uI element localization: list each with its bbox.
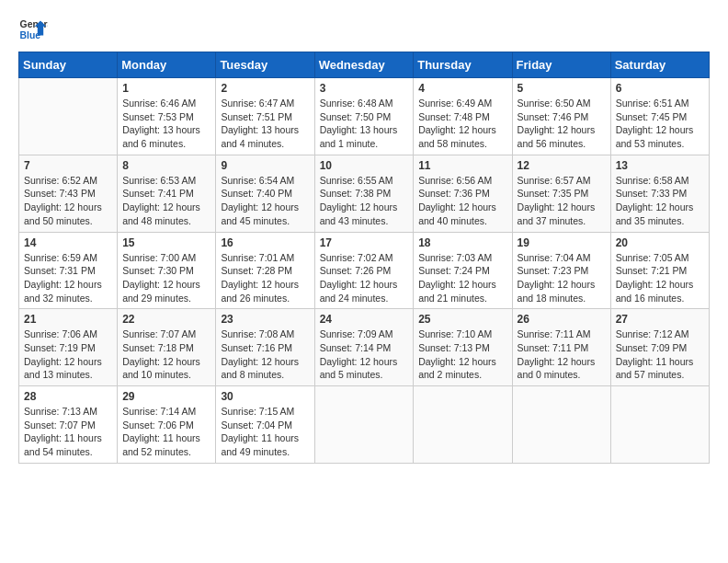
day-info: Sunrise: 7:14 AM Sunset: 7:06 PM Dayligh… <box>122 405 210 459</box>
day-info: Sunrise: 7:04 AM Sunset: 7:23 PM Dayligh… <box>518 251 606 305</box>
day-of-week-header: Friday <box>512 52 610 78</box>
day-of-week-header: Sunday <box>19 52 118 78</box>
day-number: 21 <box>24 313 112 326</box>
day-info: Sunrise: 6:57 AM Sunset: 7:35 PM Dayligh… <box>518 174 606 228</box>
calendar-week-row: 28Sunrise: 7:13 AM Sunset: 7:07 PM Dayli… <box>19 386 710 464</box>
calendar-cell: 18Sunrise: 7:03 AM Sunset: 7:24 PM Dayli… <box>414 232 512 309</box>
day-number: 10 <box>320 159 409 172</box>
day-number: 18 <box>418 236 506 249</box>
day-number: 7 <box>24 159 112 172</box>
day-info: Sunrise: 6:48 AM Sunset: 7:50 PM Dayligh… <box>320 97 409 151</box>
calendar-cell: 12Sunrise: 6:57 AM Sunset: 7:35 PM Dayli… <box>512 155 610 232</box>
calendar-cell: 5Sunrise: 6:50 AM Sunset: 7:46 PM Daylig… <box>512 78 610 155</box>
calendar-cell: 29Sunrise: 7:14 AM Sunset: 7:06 PM Dayli… <box>118 386 216 464</box>
day-number: 29 <box>122 390 210 403</box>
day-info: Sunrise: 7:08 AM Sunset: 7:16 PM Dayligh… <box>221 327 309 382</box>
day-number: 23 <box>221 313 309 326</box>
calendar-cell <box>314 386 414 464</box>
calendar-cell: 30Sunrise: 7:15 AM Sunset: 7:04 PM Dayli… <box>216 386 314 464</box>
calendar-cell: 1Sunrise: 6:46 AM Sunset: 7:53 PM Daylig… <box>118 78 216 155</box>
day-of-week-header: Tuesday <box>216 52 314 78</box>
day-number: 5 <box>518 82 606 95</box>
calendar-cell: 23Sunrise: 7:08 AM Sunset: 7:16 PM Dayli… <box>216 309 314 386</box>
day-info: Sunrise: 6:49 AM Sunset: 7:48 PM Dayligh… <box>418 97 506 151</box>
day-info: Sunrise: 6:53 AM Sunset: 7:41 PM Dayligh… <box>122 174 210 228</box>
day-info: Sunrise: 6:51 AM Sunset: 7:45 PM Dayligh… <box>616 97 704 151</box>
calendar-cell: 11Sunrise: 6:56 AM Sunset: 7:36 PM Dayli… <box>414 155 512 232</box>
day-number: 6 <box>616 82 704 95</box>
day-of-week-header: Saturday <box>610 52 709 78</box>
calendar-cell: 15Sunrise: 7:00 AM Sunset: 7:30 PM Dayli… <box>118 232 216 309</box>
calendar-cell: 22Sunrise: 7:07 AM Sunset: 7:18 PM Dayli… <box>118 309 216 386</box>
day-info: Sunrise: 6:55 AM Sunset: 7:38 PM Dayligh… <box>320 174 409 228</box>
day-number: 24 <box>320 313 409 326</box>
calendar-week-row: 21Sunrise: 7:06 AM Sunset: 7:19 PM Dayli… <box>19 309 710 386</box>
calendar-cell <box>610 386 709 464</box>
day-info: Sunrise: 6:46 AM Sunset: 7:53 PM Dayligh… <box>122 97 210 151</box>
calendar-cell: 13Sunrise: 6:58 AM Sunset: 7:33 PM Dayli… <box>610 155 709 232</box>
day-info: Sunrise: 6:50 AM Sunset: 7:46 PM Dayligh… <box>518 97 606 151</box>
day-info: Sunrise: 7:07 AM Sunset: 7:18 PM Dayligh… <box>122 327 210 382</box>
calendar-cell: 8Sunrise: 6:53 AM Sunset: 7:41 PM Daylig… <box>118 155 216 232</box>
calendar-table: SundayMondayTuesdayWednesdayThursdayFrid… <box>18 52 710 464</box>
day-info: Sunrise: 7:03 AM Sunset: 7:24 PM Dayligh… <box>418 251 506 305</box>
day-info: Sunrise: 7:02 AM Sunset: 7:26 PM Dayligh… <box>320 251 409 305</box>
day-info: Sunrise: 7:15 AM Sunset: 7:04 PM Dayligh… <box>221 405 309 459</box>
calendar-week-row: 1Sunrise: 6:46 AM Sunset: 7:53 PM Daylig… <box>19 78 710 155</box>
day-number: 13 <box>616 159 704 172</box>
day-info: Sunrise: 6:59 AM Sunset: 7:31 PM Dayligh… <box>24 251 112 305</box>
calendar-cell: 10Sunrise: 6:55 AM Sunset: 7:38 PM Dayli… <box>314 155 414 232</box>
day-number: 4 <box>418 82 506 95</box>
day-number: 19 <box>518 236 606 249</box>
calendar-cell: 19Sunrise: 7:04 AM Sunset: 7:23 PM Dayli… <box>512 232 610 309</box>
day-number: 25 <box>418 313 506 326</box>
calendar-cell: 7Sunrise: 6:52 AM Sunset: 7:43 PM Daylig… <box>19 155 118 232</box>
calendar-cell: 14Sunrise: 6:59 AM Sunset: 7:31 PM Dayli… <box>19 232 118 309</box>
day-info: Sunrise: 7:00 AM Sunset: 7:30 PM Dayligh… <box>122 251 210 305</box>
calendar-cell: 3Sunrise: 6:48 AM Sunset: 7:50 PM Daylig… <box>314 78 414 155</box>
day-info: Sunrise: 7:12 AM Sunset: 7:09 PM Dayligh… <box>616 327 704 382</box>
day-of-week-header: Thursday <box>414 52 512 78</box>
day-number: 1 <box>122 82 210 95</box>
day-number: 2 <box>221 82 309 95</box>
day-info: Sunrise: 7:05 AM Sunset: 7:21 PM Dayligh… <box>616 251 704 305</box>
calendar-cell: 6Sunrise: 6:51 AM Sunset: 7:45 PM Daylig… <box>610 78 709 155</box>
day-info: Sunrise: 7:01 AM Sunset: 7:28 PM Dayligh… <box>221 251 309 305</box>
day-info: Sunrise: 7:06 AM Sunset: 7:19 PM Dayligh… <box>24 327 112 382</box>
day-info: Sunrise: 6:56 AM Sunset: 7:36 PM Dayligh… <box>418 174 506 228</box>
day-number: 9 <box>221 159 309 172</box>
day-number: 12 <box>518 159 606 172</box>
calendar-cell: 27Sunrise: 7:12 AM Sunset: 7:09 PM Dayli… <box>610 309 709 386</box>
logo: General Blue <box>18 15 48 44</box>
day-number: 22 <box>122 313 210 326</box>
calendar-cell: 20Sunrise: 7:05 AM Sunset: 7:21 PM Dayli… <box>610 232 709 309</box>
day-number: 3 <box>320 82 409 95</box>
calendar-week-row: 14Sunrise: 6:59 AM Sunset: 7:31 PM Dayli… <box>19 232 710 309</box>
calendar-cell: 24Sunrise: 7:09 AM Sunset: 7:14 PM Dayli… <box>314 309 414 386</box>
day-number: 28 <box>24 390 112 403</box>
calendar-cell: 21Sunrise: 7:06 AM Sunset: 7:19 PM Dayli… <box>19 309 118 386</box>
day-info: Sunrise: 7:11 AM Sunset: 7:11 PM Dayligh… <box>518 327 606 382</box>
page-header: General Blue <box>18 15 710 44</box>
calendar-cell: 17Sunrise: 7:02 AM Sunset: 7:26 PM Dayli… <box>314 232 414 309</box>
day-number: 14 <box>24 236 112 249</box>
calendar-cell: 28Sunrise: 7:13 AM Sunset: 7:07 PM Dayli… <box>19 386 118 464</box>
calendar-cell <box>414 386 512 464</box>
day-number: 16 <box>221 236 309 249</box>
calendar-cell: 2Sunrise: 6:47 AM Sunset: 7:51 PM Daylig… <box>216 78 314 155</box>
day-number: 15 <box>122 236 210 249</box>
day-number: 11 <box>418 159 506 172</box>
day-of-week-header: Wednesday <box>314 52 414 78</box>
calendar-cell: 26Sunrise: 7:11 AM Sunset: 7:11 PM Dayli… <box>512 309 610 386</box>
calendar-cell <box>19 78 118 155</box>
day-of-week-header: Monday <box>118 52 216 78</box>
day-number: 26 <box>518 313 606 326</box>
day-info: Sunrise: 6:47 AM Sunset: 7:51 PM Dayligh… <box>221 97 309 151</box>
day-number: 20 <box>616 236 704 249</box>
day-info: Sunrise: 7:10 AM Sunset: 7:13 PM Dayligh… <box>418 327 506 382</box>
day-info: Sunrise: 6:58 AM Sunset: 7:33 PM Dayligh… <box>616 174 704 228</box>
day-number: 17 <box>320 236 409 249</box>
calendar-cell: 4Sunrise: 6:49 AM Sunset: 7:48 PM Daylig… <box>414 78 512 155</box>
calendar-header-row: SundayMondayTuesdayWednesdayThursdayFrid… <box>19 52 710 78</box>
calendar-cell: 25Sunrise: 7:10 AM Sunset: 7:13 PM Dayli… <box>414 309 512 386</box>
